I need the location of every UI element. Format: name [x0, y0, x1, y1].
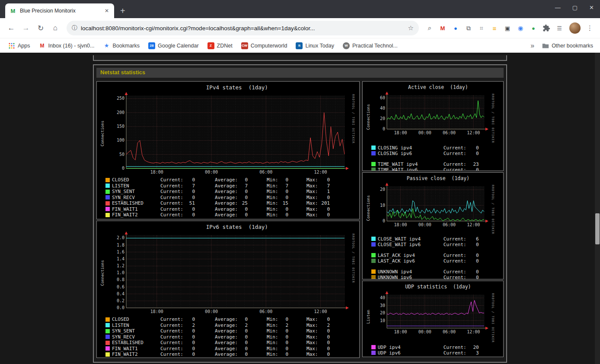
graph-udp-statistics[interactable]: UDP statistics (1day)Listen18:0000:0006:… [362, 281, 504, 357]
legend-stat-value: 0 [285, 189, 288, 194]
legend-swatch [105, 335, 110, 339]
reading-list-icon[interactable]: ☰ [555, 23, 564, 33]
svg-text:40: 40 [380, 295, 385, 300]
legend-stat-label: Max: [306, 334, 318, 340]
camera-icon[interactable]: ◉ [516, 23, 525, 33]
green-dot-icon[interactable]: ● [529, 23, 538, 33]
svg-text:00:00: 00:00 [205, 309, 218, 314]
copy-icon[interactable]: ⧉ [464, 23, 473, 33]
legend-row-closing-ipv4: CLOSING ipv4Current:0 [371, 145, 503, 151]
graph-active-close[interactable]: Active close (1day)Connections18:0000:00… [362, 81, 504, 171]
legend-stat-label: Current: [160, 317, 183, 322]
plot-passive_close: 18:0000:0006:0012:0001020 [371, 182, 489, 228]
legend-stat-value: 0 [192, 328, 195, 334]
scrollbar-thumb[interactable] [595, 213, 600, 244]
legend-stat-value: 1 [327, 189, 330, 194]
svg-text:30: 30 [380, 303, 385, 308]
legend-stat-value: 2 [192, 323, 195, 328]
address-bar[interactable]: ⓘ localhost:8080/monitorix-cgi/monitorix… [67, 21, 419, 35]
bookmark-wordpress[interactable]: WPractical Technol... [339, 41, 402, 51]
legend-stat-value: 23 [473, 161, 479, 167]
legend-row-last-ack-ipv4: LAST_ACK ipv4Current:0 [371, 253, 503, 258]
legend-series-name: FIN_WAIT1 [112, 346, 160, 351]
legend-stat-value: 51 [189, 200, 195, 206]
legend-swatch [371, 269, 376, 274]
bookmark-apps-grid[interactable]: Apps [4, 41, 34, 51]
legend-series-name: SYN_SENT [112, 328, 160, 334]
bookmark-label: Apps [18, 43, 30, 49]
bookmarks-overflow-icon[interactable]: » [525, 42, 539, 50]
legend-stat-label: Average: [215, 212, 238, 218]
graph-legend: UDP ipv4Current:20UDP ipv6Current:3 [371, 345, 503, 356]
stack-icon[interactable]: ≡ [490, 23, 499, 33]
legend-stat-value: 0 [327, 334, 330, 340]
svg-text:1.0: 1.0 [117, 270, 124, 275]
legend-stat-label: Current: [160, 212, 183, 218]
right-column: Active close (1day)Connections18:0000:00… [362, 81, 504, 359]
legend-stat-value: 0 [192, 195, 195, 200]
legend-stat-label: Min: [267, 351, 278, 357]
legend-stat-value: 0 [327, 206, 330, 212]
forward-button[interactable]: → [19, 21, 33, 35]
legend-row-syn-recv: SYN_RECVCurrent:0Average:0Min:0Max:0 [105, 195, 359, 201]
legend-swatch [371, 275, 376, 279]
home-button[interactable]: ⌂ [48, 21, 62, 35]
bookmark-bookmarks-star[interactable]: ★Bookmarks [99, 41, 144, 51]
url-text: localhost:8080/monitorix-cgi/monitorix.c… [81, 25, 405, 32]
legend-series-name: UDP ipv6 [378, 350, 444, 356]
other-bookmarks-button[interactable]: Other bookmarks [539, 42, 596, 49]
svg-text:18:00: 18:00 [150, 170, 163, 174]
legend-row-established: ESTABLISHEDCurrent:51Average:25Min:15Max… [105, 200, 359, 206]
legend-stat-value: 0 [285, 346, 288, 351]
legend-stat-value: 0 [192, 346, 195, 351]
legend-stat-value: 0 [285, 328, 288, 334]
minimize-button[interactable]: — [555, 4, 561, 11]
search-icon[interactable]: ⌕ [425, 23, 434, 33]
page-info-icon[interactable]: ⓘ [72, 24, 77, 32]
legend-row-udp-ipv6: UDP ipv6Current:3 [371, 350, 503, 356]
bookmark-gmail[interactable]: MInbox (16) - sjvn0... [35, 41, 99, 51]
legend-stat-label: Current: [160, 195, 183, 200]
scrollbar-track[interactable] [595, 53, 600, 364]
screenshot-icon[interactable]: ▣ [503, 23, 512, 33]
bookmark-zdnet[interactable]: ZZDNet [204, 41, 236, 51]
svg-text:12:00: 12:00 [314, 170, 327, 174]
maximize-button[interactable]: ▢ [572, 4, 578, 11]
bookmark-linux-today[interactable]: ltLinux Today [292, 41, 338, 51]
tab-close-icon[interactable]: ✕ [104, 8, 110, 14]
legend-stat-value: 0 [245, 206, 248, 212]
back-button[interactable]: ← [4, 21, 18, 35]
graph-ipv6-states[interactable]: IPv6 states (1day)Connections18:0000:000… [96, 221, 360, 358]
bookmark-google-calendar[interactable]: 28Google Calendar [144, 41, 203, 51]
bookmark-label: ZDNet [217, 43, 233, 49]
svg-text:20: 20 [380, 310, 385, 315]
graph-passive-close[interactable]: Passive close (1day)Connections18:0000:0… [362, 172, 504, 279]
graph-ipv4-states[interactable]: IPv4 states (1day)Connections18:0000:000… [96, 81, 360, 219]
left-column: IPv4 states (1day)Connections18:0000:000… [96, 81, 360, 359]
legend-series-name: CLOSING ipv4 [378, 145, 444, 151]
legend-stat-label: Current: [160, 340, 183, 345]
browser-tab[interactable]: M Blue Precision Monitorix ✕ [5, 3, 114, 18]
profile-avatar[interactable] [569, 22, 581, 34]
legend-stat-value: 0 [327, 328, 330, 334]
grid-icon[interactable]: ⌗ [477, 23, 486, 33]
legend-stat-label: Current: [444, 236, 466, 242]
legend-stat-value: 0 [285, 351, 288, 357]
legend-row-close-wait-ipv6: CLOSE_WAIT ipv6Current:0 [371, 242, 503, 247]
browser-menu-icon[interactable]: ⋮ [584, 24, 596, 32]
bookmark-computerworld[interactable]: CWComputerworld [237, 41, 291, 51]
blue-dot-icon[interactable]: ● [451, 23, 460, 33]
svg-text:60: 60 [380, 95, 385, 100]
legend-row-time-wait-ipv4: TIME_WAIT ipv4Current:23 [371, 161, 503, 167]
legend-stat-value: 0 [327, 346, 330, 351]
legend-stat-value: 25 [242, 200, 248, 206]
legend-swatch [371, 237, 376, 241]
reload-button[interactable]: ↻ [34, 21, 48, 35]
close-window-button[interactable]: ✕ [589, 4, 594, 11]
legend-stat-label: Current: [444, 151, 466, 156]
bookmark-star-icon[interactable]: ☆ [408, 24, 414, 32]
legend-stat-label: Min: [267, 177, 278, 183]
gmail-icon[interactable]: M [438, 23, 447, 33]
extensions-icon[interactable] [542, 23, 551, 33]
new-tab-button[interactable]: + [114, 3, 131, 18]
